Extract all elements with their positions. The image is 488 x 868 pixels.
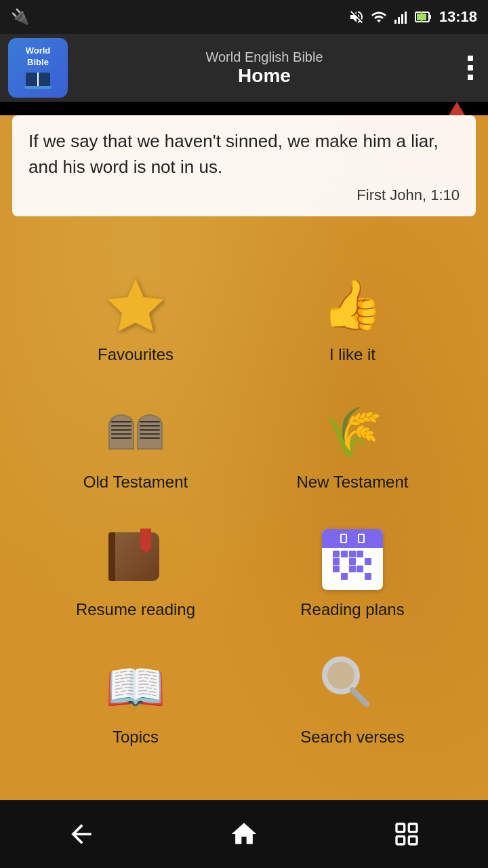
app-title: Home [68, 65, 461, 87]
main-content: If we say that we haven't sinned, we mak… [0, 115, 488, 814]
search-verses-button[interactable]: Search verses [244, 639, 461, 767]
status-time: 13:18 [439, 8, 477, 26]
home-button[interactable] [210, 814, 278, 854]
favourites-label: Favourites [98, 345, 174, 364]
svg-rect-5 [429, 15, 431, 19]
svg-rect-2 [401, 14, 403, 24]
resume-reading-button[interactable]: Resume reading [27, 512, 244, 639]
open-book-icon: 📖 [98, 653, 173, 721]
thumbs-up-icon: 👍 [315, 271, 390, 338]
i-like-it-button[interactable]: 👍 I like it [244, 257, 461, 384]
svg-rect-14 [409, 824, 417, 832]
svg-marker-12 [107, 279, 164, 332]
status-icons [348, 9, 432, 25]
app-bar: World Bible World English Bible Home [0, 34, 488, 102]
quote-text: If we say that we haven't sinned, we mak… [28, 129, 460, 180]
svg-rect-1 [398, 17, 400, 24]
new-testament-label: New Testament [297, 473, 409, 492]
menu-button[interactable] [461, 49, 480, 87]
svg-rect-16 [396, 836, 405, 844]
svg-rect-8 [26, 73, 37, 87]
quote-box[interactable]: If we say that we haven't sinned, we mak… [12, 115, 476, 216]
bottom-nav [0, 800, 488, 868]
svg-rect-3 [405, 12, 407, 24]
mute-icon [348, 9, 365, 25]
app-icon: World Bible [8, 38, 68, 98]
topics-label: Topics [113, 728, 159, 747]
new-testament-button[interactable]: 🌾 New Testament [244, 384, 461, 512]
recent-apps-icon [393, 821, 420, 848]
svg-rect-11 [24, 86, 52, 89]
recent-apps-button[interactable] [373, 814, 441, 854]
svg-rect-9 [39, 73, 50, 87]
svg-rect-0 [394, 20, 396, 24]
book-bookmark-icon [98, 526, 173, 593]
old-testament-label: Old Testament [83, 473, 188, 492]
topics-button[interactable]: 📖 Topics [27, 639, 244, 767]
svg-rect-13 [396, 824, 405, 832]
tablets-icon [98, 398, 173, 466]
old-testament-button[interactable]: Old Testament [27, 384, 244, 512]
app-subtitle: World English Bible [68, 50, 461, 65]
reading-plans-button[interactable]: Reading plans [244, 512, 461, 639]
battery-icon [415, 9, 432, 25]
favourites-icon [98, 271, 173, 338]
usb-icon: 🔌 [11, 8, 29, 26]
quote-reference: First John, 1:10 [28, 186, 460, 204]
status-left: 🔌 [11, 8, 29, 26]
back-button[interactable] [47, 814, 115, 854]
magnifier-icon [315, 653, 390, 721]
button-grid: Favourites 👍 I like it [0, 257, 488, 767]
star-icon [105, 275, 166, 334]
status-bar: 🔌 13: [0, 0, 488, 34]
home-icon [229, 819, 259, 849]
reading-plans-label: Reading plans [300, 600, 404, 619]
i-like-it-label: I like it [329, 345, 375, 364]
search-verses-label: Search verses [300, 728, 404, 747]
signal-icon [393, 9, 409, 25]
favourites-button[interactable]: Favourites [27, 257, 244, 384]
status-right: 13:18 [348, 8, 477, 26]
back-icon [66, 819, 96, 849]
calendar-icon [315, 526, 390, 593]
app-title-area: World English Bible Home [68, 50, 461, 87]
wifi-icon [370, 9, 388, 25]
resume-reading-label: Resume reading [76, 600, 195, 619]
wheat-icon: 🌾 [315, 398, 390, 466]
svg-rect-15 [409, 836, 417, 844]
